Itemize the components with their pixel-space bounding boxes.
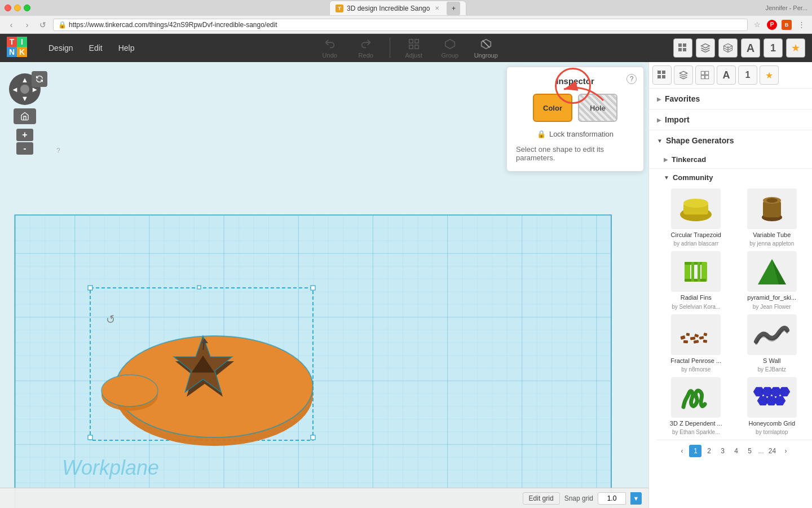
star-icon[interactable]: ★: [786, 38, 805, 58]
svg-rect-38: [657, 75, 661, 78]
logo-n: N: [7, 47, 17, 57]
maximize-button[interactable]: [24, 5, 30, 11]
svg-rect-36: [657, 71, 661, 74]
nav-left[interactable]: ◄: [11, 85, 19, 94]
zoom-in-button[interactable]: +: [16, 129, 33, 141]
panel-wireframe-icon[interactable]: [695, 65, 714, 85]
next-page-button[interactable]: ›: [780, 445, 792, 457]
shape-fractal-penrose[interactable]: Fractal Penrose ... by n8morse: [660, 314, 732, 373]
tab-favicon: T: [336, 5, 343, 12]
inspector-hint: Select one shape to edit its parameters.: [516, 145, 634, 162]
zoom-out-button[interactable]: -: [16, 142, 33, 155]
grid-view-icon[interactable]: [673, 38, 692, 58]
bookmark-icon[interactable]: ☆: [752, 20, 762, 30]
help-question[interactable]: ?: [56, 147, 60, 155]
url-field[interactable]: 🔒 https://www.tinkercad.com/things/42nS9…: [53, 19, 748, 31]
reload-button[interactable]: ↺: [37, 19, 48, 30]
tab-title: 3D design Incredible Sango: [347, 5, 430, 12]
svg-marker-71: [779, 387, 790, 396]
color-button[interactable]: Color: [533, 94, 572, 122]
svg-rect-42: [701, 76, 704, 79]
prev-page-button[interactable]: ‹: [676, 445, 688, 457]
shape-circular-trapezoid[interactable]: Circular Trapezoid by adrian blascarr: [660, 189, 732, 247]
svg-line-4: [482, 40, 489, 47]
shape-honeycomb-grid[interactable]: Honeycomb Grid by tomlaptop: [736, 377, 808, 435]
tinkercad-chevron: ▶: [664, 156, 668, 163]
snap-spinner[interactable]: ▼: [630, 492, 642, 505]
import-header[interactable]: ▶ Import: [649, 110, 812, 130]
svg-point-50: [766, 198, 778, 203]
page-1-button[interactable]: 1: [689, 445, 701, 457]
shape-generators-label: Shape Generators: [666, 136, 734, 145]
svg-rect-1: [415, 39, 418, 42]
font-icon[interactable]: A: [741, 38, 760, 58]
panel-star-icon[interactable]: ★: [760, 65, 779, 85]
adjust-button[interactable]: Adjust: [397, 34, 431, 62]
shape-s-wall[interactable]: S Wall by EJBantz: [736, 314, 808, 373]
page-5-button[interactable]: 5: [743, 445, 756, 457]
design-menu[interactable]: Design: [41, 34, 81, 62]
tab-close-button[interactable]: ✕: [433, 5, 441, 12]
browser-tab[interactable]: T 3D design Incredible Sango ✕ +: [329, 1, 466, 15]
inspector-title: Inspector: [516, 76, 634, 86]
page-4-button[interactable]: 4: [730, 445, 742, 457]
bottom-bar: Edit grid Snap grid ▼: [0, 488, 648, 508]
inspector-help-button[interactable]: ?: [626, 74, 637, 84]
help-menu[interactable]: Help: [111, 34, 143, 62]
minimize-button[interactable]: [14, 5, 21, 11]
back-button[interactable]: ‹: [6, 19, 17, 30]
shape-name-variable-tube: Variable Tube: [753, 231, 791, 239]
tinkercad-header[interactable]: ▶ Tinkercad: [656, 151, 812, 168]
wireframe-view-icon[interactable]: [718, 38, 738, 58]
shape-generators-chevron: ▼: [657, 138, 663, 144]
community-label: Community: [673, 173, 713, 182]
panel-3d-icon[interactable]: [674, 65, 693, 85]
number-icon[interactable]: 1: [764, 38, 783, 58]
edit-grid-button[interactable]: Edit grid: [523, 492, 560, 505]
page-2-button[interactable]: 2: [703, 445, 715, 457]
svg-rect-53: [701, 262, 707, 282]
favorites-header[interactable]: ▶ Favorites: [649, 89, 812, 109]
svg-rect-60: [686, 333, 690, 336]
community-header[interactable]: ▼ Community: [656, 169, 812, 186]
inspector-panel: ? Inspector Color Hole 🔒 Lock transforma…: [506, 67, 644, 172]
svg-rect-21: [197, 286, 201, 289]
ungroup-button[interactable]: Ungroup: [469, 34, 503, 62]
menu-dots-icon[interactable]: ⋮: [796, 20, 806, 30]
nav-down[interactable]: ▼: [21, 94, 29, 103]
shape-author-radial-fins: by Selelvian Kora...: [672, 304, 720, 310]
undo-button[interactable]: Undo: [313, 34, 347, 62]
home-view-button[interactable]: [14, 108, 36, 124]
shape-3d-z-dependent[interactable]: 3D Z Dependent ... by Ethan Sparkle...: [660, 377, 732, 435]
shape-variable-tube[interactable]: Variable Tube by jenna appleton: [736, 189, 808, 247]
cube-view-icon[interactable]: [696, 38, 715, 58]
panel-font-icon[interactable]: A: [717, 65, 736, 85]
pagination: ‹ 1 2 3 4 5 ... 24 ›: [656, 440, 812, 462]
nav-up[interactable]: ▲: [21, 76, 29, 84]
page-24-button[interactable]: 24: [766, 445, 779, 457]
shape-radial-fins[interactable]: Radial Fins by Selelvian Kora...: [660, 251, 732, 309]
new-tab-button[interactable]: +: [447, 2, 460, 15]
close-button[interactable]: [5, 5, 11, 11]
shape-name-circular-trapezoid: Circular Trapezoid: [671, 231, 721, 239]
svg-rect-63: [699, 336, 704, 340]
redo-button[interactable]: Redo: [349, 34, 383, 62]
snap-input[interactable]: [598, 492, 626, 505]
svg-rect-8: [683, 48, 686, 51]
shape-author-3d-z-dependent: by Ethan Sparkle...: [672, 429, 720, 435]
tinkercad-logo: T I N K: [7, 37, 29, 59]
svg-rect-56: [698, 262, 700, 282]
hole-button[interactable]: Hole: [578, 94, 617, 122]
shape-name-3d-z-dependent: 3D Z Dependent ...: [670, 419, 722, 427]
panel-grid-icon[interactable]: [652, 65, 672, 85]
shape-generators-header[interactable]: ▼ Shape Generators: [649, 130, 812, 151]
page-3-button[interactable]: 3: [716, 445, 729, 457]
shape-pyramid[interactable]: pyramid_for_ski... by Jean Flower: [736, 251, 808, 309]
panel-number-icon[interactable]: 1: [738, 65, 757, 85]
rotate-view-button[interactable]: [32, 71, 47, 87]
group-button[interactable]: Group: [433, 34, 467, 62]
lock-transformation[interactable]: 🔒 Lock transformation: [516, 130, 634, 138]
forward-button[interactable]: ›: [21, 19, 33, 30]
edit-menu[interactable]: Edit: [81, 34, 111, 62]
tinkercad-label: Tinkercad: [672, 155, 706, 164]
